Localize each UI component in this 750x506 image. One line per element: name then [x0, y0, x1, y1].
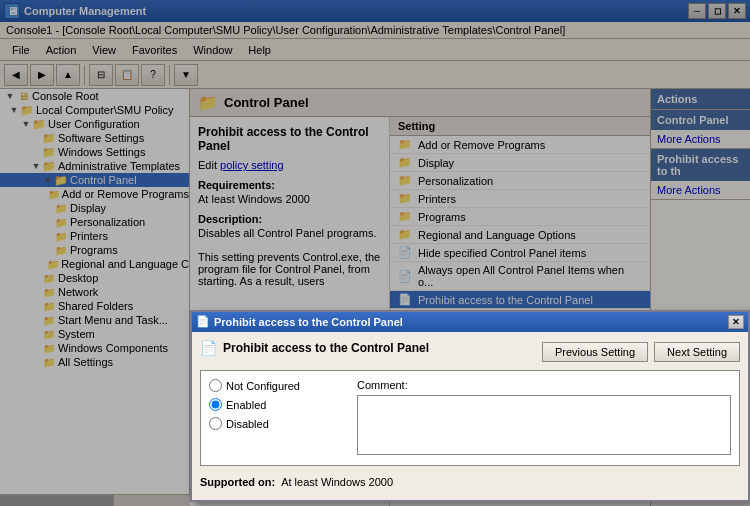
disabled-radio[interactable]	[209, 417, 222, 430]
dialog-title-bar: 📄 Prohibit access to the Control Panel ✕	[192, 312, 748, 332]
dialog-body: Not Configured Enabled Disabled Comment:	[200, 370, 740, 466]
dialog-top-buttons: Previous Setting Next Setting	[542, 342, 740, 362]
dialog-subtitle-text: Prohibit access to the Control Panel	[223, 341, 429, 355]
dialog-close-button[interactable]: ✕	[728, 315, 744, 329]
disabled-label: Disabled	[226, 418, 269, 430]
dialog-title-icon: 📄	[196, 315, 210, 329]
supported-value: At least Windows 2000	[281, 476, 393, 488]
enabled-radio[interactable]	[209, 398, 222, 411]
comment-textarea[interactable]	[357, 395, 731, 455]
next-setting-button[interactable]: Next Setting	[654, 342, 740, 362]
dialog-subtitle: 📄 Prohibit access to the Control Panel	[200, 340, 542, 356]
comment-label: Comment:	[357, 379, 731, 391]
supported-label: Supported on:	[200, 476, 275, 488]
dialog-options: Not Configured Enabled Disabled	[209, 379, 349, 457]
previous-setting-button[interactable]: Previous Setting	[542, 342, 648, 362]
not-configured-option[interactable]: Not Configured	[209, 379, 349, 392]
disabled-option[interactable]: Disabled	[209, 417, 349, 430]
supported-on-row: Supported on: At least Windows 2000	[200, 472, 740, 492]
not-configured-label: Not Configured	[226, 380, 300, 392]
dialog-header-row: 📄 Prohibit access to the Control Panel P…	[200, 340, 740, 364]
dialog: 📄 Prohibit access to the Control Panel ✕…	[190, 310, 750, 502]
dialog-title-text: Prohibit access to the Control Panel	[214, 316, 728, 328]
dialog-subtitle-icon: 📄	[200, 340, 217, 356]
enabled-option[interactable]: Enabled	[209, 398, 349, 411]
dialog-comment-area: Comment:	[357, 379, 731, 457]
not-configured-radio[interactable]	[209, 379, 222, 392]
enabled-label: Enabled	[226, 399, 266, 411]
dialog-content: 📄 Prohibit access to the Control Panel P…	[192, 332, 748, 500]
